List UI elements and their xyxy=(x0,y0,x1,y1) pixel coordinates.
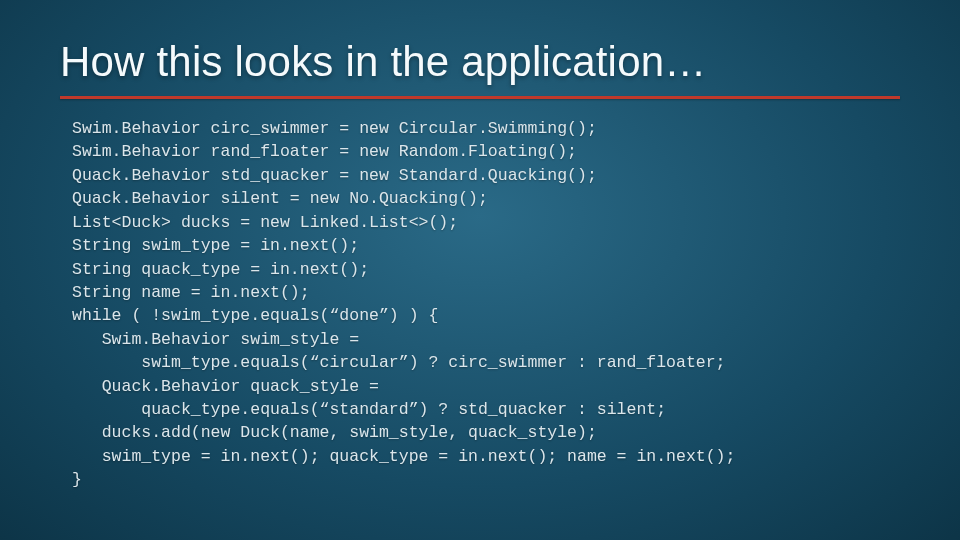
slide-title: How this looks in the application… xyxy=(60,38,900,86)
title-underline xyxy=(60,96,900,99)
slide: How this looks in the application… Swim.… xyxy=(0,0,960,540)
code-block: Swim.Behavior circ_swimmer = new Circula… xyxy=(60,117,900,492)
